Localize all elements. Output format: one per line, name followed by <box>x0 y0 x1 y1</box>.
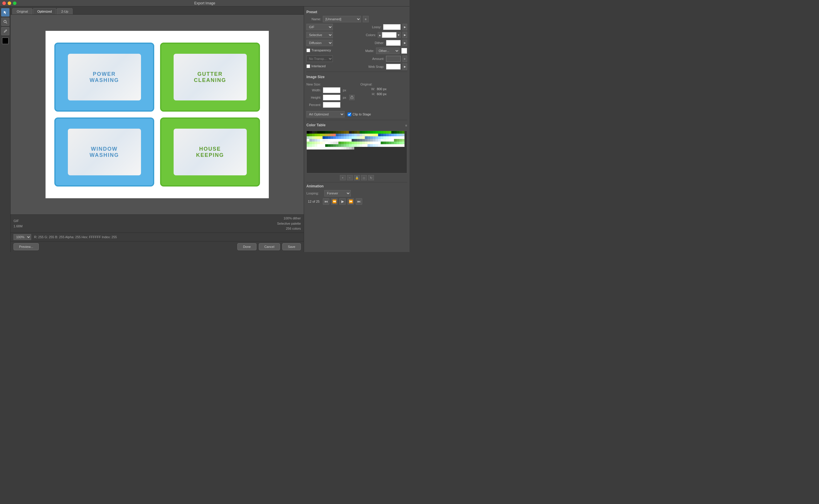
color-swatch-item[interactable] <box>312 147 315 149</box>
color-swatch-item[interactable] <box>333 131 336 134</box>
color-swatch-item[interactable] <box>309 131 312 134</box>
color-swatch-item[interactable] <box>333 147 336 149</box>
color-swatch-item[interactable] <box>367 142 370 144</box>
color-swatch-item[interactable] <box>315 147 317 149</box>
websnap-arrow[interactable]: ▶ <box>402 63 407 70</box>
color-swatch-item[interactable] <box>357 144 360 147</box>
anim-prev-btn[interactable]: ⏪ <box>331 198 338 205</box>
color-swatch-item[interactable] <box>349 136 352 139</box>
color-swatch-item[interactable] <box>336 139 338 142</box>
color-swatch-item[interactable] <box>312 136 315 139</box>
color-swatch-item[interactable] <box>394 131 397 134</box>
color-swatch-item[interactable] <box>349 144 352 147</box>
color-swatch-item[interactable] <box>394 136 397 139</box>
tab-optimized[interactable]: Optimized <box>33 8 56 14</box>
color-swatch-item[interactable] <box>399 131 402 134</box>
done-button[interactable]: Done <box>237 243 256 250</box>
color-swatch-item[interactable] <box>352 144 354 147</box>
color-swatch-item[interactable] <box>357 134 360 136</box>
color-swatch-item[interactable] <box>328 131 330 134</box>
color-swatch-item[interactable] <box>320 142 323 144</box>
color-swatch-item[interactable] <box>330 142 333 144</box>
looping-select[interactable]: Forever <box>324 190 351 196</box>
color-swatch-item[interactable] <box>344 131 346 134</box>
color-swatch-item[interactable] <box>383 142 386 144</box>
color-swatch-item[interactable] <box>317 134 320 136</box>
color-swatch-item[interactable] <box>391 136 394 139</box>
color-swatch-item[interactable] <box>309 147 312 149</box>
color-swatch-item[interactable] <box>307 144 309 147</box>
color-swatch-item[interactable] <box>357 131 360 134</box>
color-swatch-item[interactable] <box>397 139 399 142</box>
color-swatch-item[interactable] <box>309 134 312 136</box>
color-swatch-item[interactable] <box>370 136 373 139</box>
color-swatch-item[interactable] <box>373 134 375 136</box>
color-swatch-item[interactable] <box>312 134 315 136</box>
color-swatch-item[interactable] <box>341 142 344 144</box>
color-swatch-item[interactable] <box>375 131 378 134</box>
color-swatch-item[interactable] <box>325 142 328 144</box>
color-swatch-item[interactable] <box>357 139 360 142</box>
color-swatch-item[interactable] <box>346 144 349 147</box>
color-swatch-item[interactable] <box>344 142 346 144</box>
color-swatch-item[interactable] <box>336 131 338 134</box>
color-swatch-item[interactable] <box>312 144 315 147</box>
color-swatch-item[interactable] <box>367 144 370 147</box>
color-swatch-item[interactable] <box>373 142 375 144</box>
color-swatch-item[interactable] <box>402 136 405 139</box>
color-swatch-item[interactable] <box>317 142 320 144</box>
color-swatch-item[interactable] <box>399 136 402 139</box>
color-swatch-item[interactable] <box>328 147 330 149</box>
color-swatch-item[interactable] <box>323 142 325 144</box>
color-swatch-item[interactable] <box>338 147 341 149</box>
colors-down[interactable]: ▲ <box>378 32 382 38</box>
color-swatch-item[interactable] <box>378 139 381 142</box>
color-swatch-item[interactable] <box>397 131 399 134</box>
color-swatch-item[interactable] <box>389 136 391 139</box>
color-swatch-item[interactable] <box>346 139 349 142</box>
color-swatch-item[interactable] <box>354 142 357 144</box>
color-swatch-item[interactable] <box>362 144 365 147</box>
color-swatch-item[interactable] <box>373 144 375 147</box>
eyedropper-tool[interactable] <box>1 27 9 35</box>
color-swatch-item[interactable] <box>307 147 309 149</box>
color-swatch-item[interactable] <box>399 144 402 147</box>
color-swatch-item[interactable] <box>323 144 325 147</box>
color-swatch-item[interactable] <box>325 134 328 136</box>
color-swatch-item[interactable] <box>399 134 402 136</box>
diffusion-select[interactable]: Diffusion <box>306 40 333 46</box>
color-swatch-item[interactable] <box>341 139 344 142</box>
interlaced-checkbox[interactable] <box>306 64 310 68</box>
color-swatch-item[interactable] <box>309 139 312 142</box>
color-swatch-item[interactable] <box>373 131 375 134</box>
cancel-button[interactable]: Cancel <box>259 243 280 250</box>
matte-color-swatch[interactable] <box>401 48 407 54</box>
color-swatch-item[interactable] <box>330 147 333 149</box>
color-swatch-item[interactable] <box>325 147 328 149</box>
color-swatch-item[interactable] <box>362 131 365 134</box>
color-swatch-item[interactable] <box>333 144 336 147</box>
color-swatch-item[interactable] <box>328 139 330 142</box>
color-swatch-item[interactable] <box>381 139 383 142</box>
format-select[interactable]: GIF <box>306 24 333 30</box>
color-swatch-item[interactable] <box>381 142 383 144</box>
color-swatch-item[interactable] <box>386 139 389 142</box>
color-swatch-item[interactable] <box>365 131 367 134</box>
color-swatch-item[interactable] <box>307 136 309 139</box>
anim-last-btn[interactable]: ⏭ <box>356 198 362 205</box>
websnap-input[interactable]: 0% <box>386 64 401 70</box>
color-swatch-item[interactable] <box>391 144 394 147</box>
color-swatch-item[interactable] <box>336 136 338 139</box>
color-swatch-item[interactable] <box>309 144 312 147</box>
color-swatch-item[interactable] <box>397 134 399 136</box>
color-swatch-item[interactable] <box>333 139 336 142</box>
notransp-select[interactable]: No Transp... <box>306 56 333 62</box>
color-swatch-item[interactable] <box>397 142 399 144</box>
color-swatch-item[interactable] <box>360 131 362 134</box>
color-swatch-item[interactable] <box>352 142 354 144</box>
ct-lock-btn[interactable]: 🔒 <box>354 175 360 180</box>
color-swatch-item[interactable] <box>346 136 349 139</box>
color-swatch-item[interactable] <box>362 134 365 136</box>
amount-arrow[interactable]: ▶ <box>402 56 407 62</box>
width-input[interactable]: 800 <box>323 87 340 93</box>
